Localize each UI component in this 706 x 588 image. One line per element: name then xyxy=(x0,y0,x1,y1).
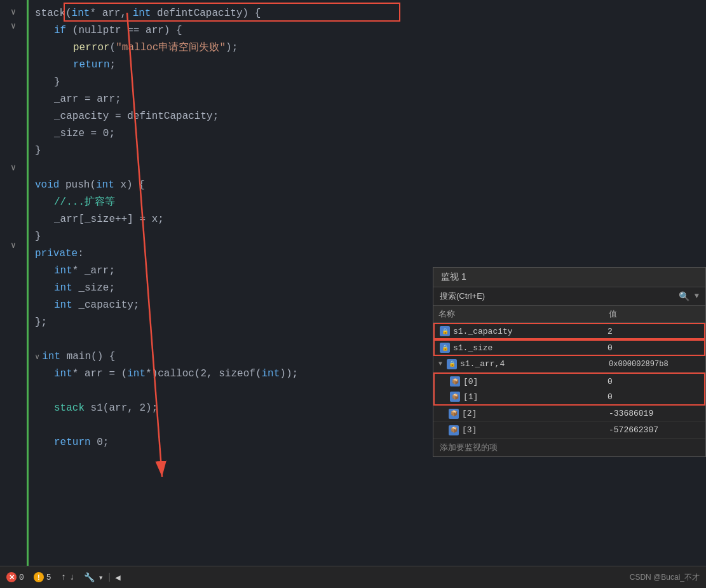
watch-table-header: 名称 值 xyxy=(433,306,705,323)
separator: | xyxy=(107,572,112,583)
box-icon-2: 📦 xyxy=(449,409,459,419)
code-line-8: _size = 0; xyxy=(35,125,706,142)
watch-row-arr-3[interactable]: 📦 [3] -572662307 xyxy=(433,422,705,439)
up-arrow-btn[interactable]: ↑ xyxy=(61,572,66,582)
watermark: CSDN @Bucai_不才 xyxy=(630,572,700,583)
watch-row-arr-3-name: 📦 [3] xyxy=(433,423,604,437)
down-arrow-btn[interactable]: ↓ xyxy=(69,572,74,582)
arr-label: s1._arr,4 xyxy=(460,359,505,369)
arr-3-label: [3] xyxy=(462,425,477,435)
warning-count: 5 xyxy=(46,573,51,582)
navigation-arrows[interactable]: ↑ ↓ xyxy=(61,572,75,582)
arr-2-label: [2] xyxy=(462,409,477,418)
watch-row-arr-2-name: 📦 [2] xyxy=(433,407,604,421)
main-container: ∨ ∨ ∨ ∨ stack(int* arr, int defintCapaci… xyxy=(0,0,706,588)
box-icon-3: 📦 xyxy=(449,425,459,435)
arr-0-label: [0] xyxy=(463,377,478,386)
warning-status[interactable]: ! 5 xyxy=(34,572,51,582)
watch-row-size-name: 🔒 s1._size xyxy=(435,341,602,355)
watch-row-size-value: 0 xyxy=(602,341,704,355)
box-icon-1: 📦 xyxy=(450,392,460,402)
error-status[interactable]: ✕ 0 xyxy=(6,572,24,582)
nav-back-icon[interactable]: ◀ xyxy=(115,572,120,583)
watch-row-arr-3-value: -572662307 xyxy=(604,423,705,437)
code-line-5: } xyxy=(35,74,706,91)
code-line-2: if (nullptr == arr) { xyxy=(35,22,706,39)
code-line-15: private: xyxy=(35,245,706,263)
status-bar: ✕ 0 ! 5 ↑ ↓ 🔧 ▾ | ◀ CSDN @Bucai_不才 xyxy=(0,566,706,588)
search-icon[interactable]: 🔍 xyxy=(679,291,689,302)
code-line-7: _capacity = defintCapacity; xyxy=(35,108,706,125)
left-gutter: ∨ ∨ ∨ ∨ xyxy=(0,0,29,588)
code-line-11: void push(int x) { xyxy=(35,177,706,194)
watch-row-arr-0-name: 📦 [0] xyxy=(435,374,602,388)
error-icon: ✕ xyxy=(6,572,17,582)
watch-row-capacity-value: 2 xyxy=(602,325,704,338)
watch-row-arr-1-name: 📦 [1] xyxy=(435,390,602,404)
lock-icon-capacity: 🔒 xyxy=(440,326,450,336)
arr-1-label: [1] xyxy=(463,392,478,402)
watch-panel: 监视 1 搜索(Ctrl+E) 🔍 ▼ 名称 值 🔒 s1._capacity … xyxy=(433,267,706,457)
box-icon-0: 📦 xyxy=(450,376,460,386)
watch-row-arr-1-value: 0 xyxy=(602,390,704,404)
fold-arrow-3[interactable]: ∨ xyxy=(0,161,27,175)
code-line-empty-1 xyxy=(35,160,706,177)
code-line-4: return; xyxy=(35,57,706,74)
code-line-9: } xyxy=(35,142,706,160)
watch-row-arr-2[interactable]: 📦 [2] -33686019 xyxy=(433,406,705,422)
watch-row-arr-name: ▼ 🔒 s1._arr,4 xyxy=(433,357,604,371)
expand-arrow-arr[interactable]: ▼ xyxy=(438,360,442,367)
size-label: s1._size xyxy=(453,343,492,353)
watch-search-label: 搜索(Ctrl+E) xyxy=(440,291,485,302)
watch-row-capacity-name: 🔒 s1._capacity xyxy=(435,324,602,338)
tools-expand-icon[interactable]: ▾ xyxy=(98,572,103,583)
code-line-1: stack(int* arr, int defintCapacity) { xyxy=(35,5,706,22)
watch-row-arr-1[interactable]: 📦 [1] 0 xyxy=(433,389,705,406)
fold-arrow-2[interactable]: ∨ xyxy=(0,19,27,33)
col-value-header: 值 xyxy=(604,306,705,322)
error-count: 0 xyxy=(19,573,24,582)
watch-row-arr-2-value: -33686019 xyxy=(604,407,705,420)
watch-row-arr[interactable]: ▼ 🔒 s1._arr,4 0x000002897b8 xyxy=(433,356,705,373)
watch-search-bar[interactable]: 搜索(Ctrl+E) 🔍 ▼ xyxy=(433,287,705,306)
wrench-icon[interactable]: 🔧 xyxy=(84,572,95,583)
code-line-6: _arr = arr; xyxy=(35,91,706,108)
watch-row-arr-0[interactable]: 📦 [0] 0 xyxy=(433,373,705,389)
chevron-icon[interactable]: ▼ xyxy=(695,292,699,301)
col-name-header: 名称 xyxy=(433,306,604,322)
watch-add-row[interactable]: 添加要监视的项 xyxy=(433,439,705,456)
code-line-3: perror("malloc申请空间失败"); xyxy=(35,39,706,57)
watch-row-capacity[interactable]: 🔒 s1._capacity 2 xyxy=(433,323,705,339)
warning-icon: ! xyxy=(34,572,44,582)
watch-row-arr-value: 0x000002897b8 xyxy=(604,358,705,371)
lock-icon-size: 🔒 xyxy=(440,343,450,353)
fold-arrow-1[interactable]: ∨ xyxy=(0,5,27,19)
watch-row-size[interactable]: 🔒 s1._size 0 xyxy=(433,339,705,356)
watch-title: 监视 1 xyxy=(433,268,705,287)
code-line-14: } xyxy=(35,228,706,245)
watch-row-arr-0-value: 0 xyxy=(602,375,704,388)
tools-area: 🔧 ▾ | ◀ xyxy=(84,572,120,583)
code-line-13: _arr[_size++] = x; xyxy=(35,211,706,228)
fold-arrow-4[interactable]: ∨ xyxy=(0,238,27,252)
lock-icon-arr: 🔒 xyxy=(447,359,457,369)
capacity-label: s1._capacity xyxy=(453,327,513,336)
code-line-12: //...扩容等 xyxy=(35,194,706,211)
